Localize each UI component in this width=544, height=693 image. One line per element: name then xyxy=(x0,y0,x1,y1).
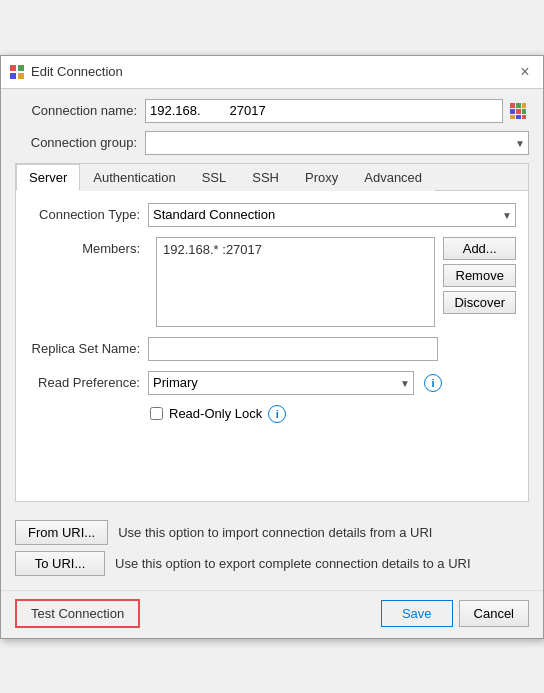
connection-type-select[interactable]: Standard Connection Replica Set Sharded … xyxy=(148,203,516,227)
svg-rect-10 xyxy=(510,115,515,119)
window-icon xyxy=(9,64,25,80)
read-only-lock-checkbox[interactable] xyxy=(150,407,163,420)
svg-rect-0 xyxy=(10,65,16,71)
connection-group-combo[interactable]: ▼ xyxy=(145,131,529,155)
from-uri-button[interactable]: From URI... xyxy=(15,520,108,545)
svg-rect-2 xyxy=(10,73,16,79)
replica-set-label: Replica Set Name: xyxy=(28,341,148,356)
content-spacer xyxy=(28,429,516,489)
connection-type-combo[interactable]: Standard Connection Replica Set Sharded … xyxy=(148,203,516,227)
replica-set-input[interactable] xyxy=(148,337,438,361)
save-button[interactable]: Save xyxy=(381,600,453,627)
members-label: Members: xyxy=(28,237,148,327)
tab-ssl[interactable]: SSL xyxy=(189,164,240,191)
add-button[interactable]: Add... xyxy=(443,237,516,260)
read-only-lock-info-icon[interactable]: i xyxy=(268,405,286,423)
svg-rect-9 xyxy=(522,109,526,114)
title-bar: Edit Connection × xyxy=(1,56,543,89)
connection-type-row: Connection Type: Standard Connection Rep… xyxy=(28,203,516,227)
title-bar-left: Edit Connection xyxy=(9,64,123,80)
tab-advanced[interactable]: Advanced xyxy=(351,164,435,191)
read-preference-select[interactable]: Primary PrimaryPreferred Secondary Secon… xyxy=(148,371,414,395)
discover-button[interactable]: Discover xyxy=(443,291,516,314)
footer: Test Connection Save Cancel xyxy=(1,590,543,638)
cancel-button[interactable]: Cancel xyxy=(459,600,529,627)
members-buttons: Add... Remove Discover xyxy=(443,237,516,327)
server-tab-content: Connection Type: Standard Connection Rep… xyxy=(16,191,528,501)
from-uri-desc: Use this option to import connection det… xyxy=(118,525,432,540)
svg-rect-8 xyxy=(516,109,521,114)
read-preference-combo[interactable]: Primary PrimaryPreferred Secondary Secon… xyxy=(148,371,414,395)
window-body: Connection name: Connection group: xyxy=(1,89,543,512)
list-item: 192.168.* :27017 xyxy=(161,240,430,259)
bottom-section: From URI... Use this option to import co… xyxy=(1,512,543,590)
grid-icon[interactable] xyxy=(507,100,529,122)
tab-ssh[interactable]: SSH xyxy=(239,164,292,191)
to-uri-desc: Use this option to export complete conne… xyxy=(115,556,471,571)
connection-name-row: Connection name: xyxy=(15,99,529,123)
tabs-header: Server Authentication SSL SSH Proxy Adva… xyxy=(16,164,528,191)
to-uri-row: To URI... Use this option to export comp… xyxy=(15,551,529,576)
remove-button[interactable]: Remove xyxy=(443,264,516,287)
members-area: Members: 192.168.* :27017 Add... Remove … xyxy=(28,237,516,327)
connection-group-select[interactable] xyxy=(145,131,529,155)
tab-server[interactable]: Server xyxy=(16,164,80,191)
svg-rect-12 xyxy=(522,115,526,119)
read-only-lock-row: Read-Only Lock i xyxy=(150,405,516,423)
read-only-lock-label: Read-Only Lock xyxy=(169,406,262,421)
members-list[interactable]: 192.168.* :27017 xyxy=(156,237,435,327)
tab-proxy[interactable]: Proxy xyxy=(292,164,351,191)
window-title: Edit Connection xyxy=(31,64,123,79)
connection-name-label: Connection name: xyxy=(15,103,145,118)
connection-type-label: Connection Type: xyxy=(28,207,148,222)
svg-rect-3 xyxy=(18,73,24,79)
read-preference-label: Read Preference: xyxy=(28,375,148,390)
svg-rect-1 xyxy=(18,65,24,71)
connection-name-input[interactable] xyxy=(145,99,503,123)
test-connection-button[interactable]: Test Connection xyxy=(15,599,140,628)
from-uri-row: From URI... Use this option to import co… xyxy=(15,520,529,545)
tab-authentication[interactable]: Authentication xyxy=(80,164,188,191)
svg-rect-5 xyxy=(516,103,521,108)
svg-rect-6 xyxy=(522,103,526,108)
tabs-container: Server Authentication SSL SSH Proxy Adva… xyxy=(15,163,529,502)
read-preference-row: Read Preference: Primary PrimaryPreferre… xyxy=(28,371,516,395)
connection-group-label: Connection group: xyxy=(15,135,145,150)
close-button[interactable]: × xyxy=(515,62,535,82)
connection-group-row: Connection group: ▼ xyxy=(15,131,529,155)
read-preference-info-icon[interactable]: i xyxy=(424,374,442,392)
svg-rect-4 xyxy=(510,103,515,108)
edit-connection-window: Edit Connection × Connection name: xyxy=(0,55,544,639)
to-uri-button[interactable]: To URI... xyxy=(15,551,105,576)
replica-set-row: Replica Set Name: xyxy=(28,337,516,361)
svg-rect-7 xyxy=(510,109,515,114)
svg-rect-11 xyxy=(516,115,521,119)
